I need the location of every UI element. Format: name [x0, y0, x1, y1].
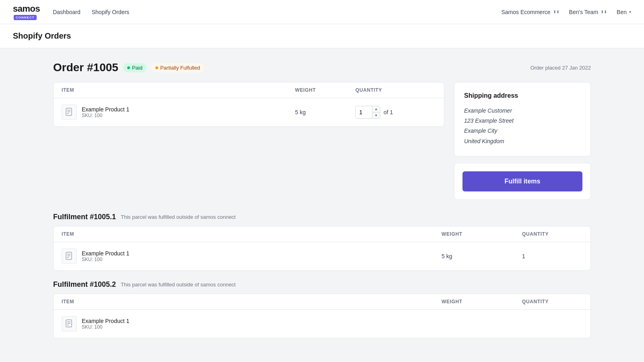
customer-street: 123 Example Street — [464, 116, 581, 126]
store-chevron-icon: ⬆⬇ — [553, 10, 559, 14]
page-header: Shopify Orders — [0, 24, 644, 48]
order-date: Order placed 27 Jan 2022 — [530, 65, 591, 71]
customer-name: Example Customer — [464, 106, 581, 116]
shipping-title: Shipping address — [464, 92, 581, 99]
order-body: ITEM WEIGHT QUANTITY — [53, 82, 591, 200]
f2-product-cell: Example Product 1 SKU: 100 — [62, 316, 442, 331]
fulfill-card: Fulfill items — [454, 163, 591, 200]
fulfillment-2: Fulfilment #1005.2 This parcel was fulfi… — [53, 280, 591, 338]
f1-product-info: Example Product 1 SKU: 100 — [82, 250, 129, 262]
nav-links: Dashboard Shopify Orders — [53, 9, 488, 15]
f1-product-cell: Example Product 1 SKU: 100 — [62, 249, 442, 264]
f2-product-sku: SKU: 100 — [82, 324, 129, 330]
order-date-value: 27 Jan 2022 — [562, 65, 591, 71]
f2-col-item: ITEM — [62, 299, 442, 304]
order-placed-label: Order placed — [530, 65, 561, 71]
quantity-cell: ▲ ▼ of 1 — [355, 106, 436, 119]
fulfillment-2-table: ITEM WEIGHT QUANTITY Example P — [53, 294, 591, 338]
logo-badge: CONNECT — [14, 15, 37, 20]
fulfillment-2-subtitle: This parcel was fulfilled outside of sam… — [121, 282, 235, 288]
f1-col-quantity: QUANTITY — [522, 231, 582, 237]
f2-product-icon — [62, 316, 77, 331]
col-quantity: QUANTITY — [355, 87, 436, 93]
customer-country: United Kingdom — [464, 136, 581, 146]
order-header-left: Order #1005 Paid Partially Fulfulled — [53, 61, 204, 74]
product-sku: SKU: 100 — [82, 113, 129, 118]
partial-badge: Partially Fulfulled — [151, 63, 204, 72]
nav-shopify-orders[interactable]: Shopify Orders — [92, 9, 129, 15]
user-name: Ben — [617, 9, 627, 15]
product-cell: Example Product 1 SKU: 100 — [62, 105, 295, 120]
partial-label: Partially Fulfulled — [160, 65, 200, 71]
table-row: Example Product 1 SKU: 100 5 kg ▲ ▼ — [54, 98, 444, 126]
partial-dot-icon — [155, 66, 158, 69]
product-name: Example Product 1 — [82, 106, 129, 113]
paid-dot-icon — [127, 66, 130, 69]
fulfillment-1-table-header: ITEM WEIGHT QUANTITY — [54, 226, 590, 242]
items-section: ITEM WEIGHT QUANTITY — [53, 82, 444, 200]
f2-product-name: Example Product 1 — [82, 318, 129, 324]
fulfillment-1-table: ITEM WEIGHT QUANTITY Example P — [53, 226, 591, 271]
col-item: ITEM — [62, 87, 295, 93]
f1-quantity: 1 — [522, 253, 582, 259]
quantity-input[interactable] — [356, 106, 372, 119]
paid-badge: Paid — [123, 63, 147, 72]
fulfill-button[interactable]: Fulfill items — [462, 171, 582, 191]
customer-city: Example City — [464, 126, 581, 136]
navbar: samos CONNECT Dashboard Shopify Orders S… — [0, 0, 644, 24]
fulfillment-1: Fulfilment #1005.1 This parcel was fulfi… — [53, 213, 591, 271]
fulfillment-1-title: Fulfilment #1005.1 — [53, 213, 116, 221]
f1-col-item: ITEM — [62, 231, 442, 237]
weight-value: 5 kg — [295, 109, 355, 115]
fulfillment-2-table-header: ITEM WEIGHT QUANTITY — [54, 294, 590, 310]
items-table-header: ITEM WEIGHT QUANTITY — [54, 82, 444, 98]
f1-product-icon — [62, 249, 77, 264]
main-content: Order #1005 Paid Partially Fulfulled Ord… — [40, 48, 604, 361]
order-header: Order #1005 Paid Partially Fulfulled Ord… — [53, 61, 591, 74]
f1-col-weight: WEIGHT — [442, 231, 522, 237]
col-weight: WEIGHT — [295, 87, 355, 93]
f2-col-weight: WEIGHT — [442, 299, 522, 304]
shipping-card: Shipping address Example Customer 123 Ex… — [454, 82, 591, 156]
fulfillment-2-header: Fulfilment #1005.2 This parcel was fulfi… — [53, 280, 591, 289]
order-number: Order #1005 — [53, 61, 118, 74]
f2-col-quantity: QUANTITY — [522, 299, 582, 304]
nav-right: Samos Ecommerce ⬆⬇ Ben's Team ⬆⬇ Ben ▾ — [501, 9, 631, 15]
team-dropdown[interactable]: Ben's Team ⬆⬇ — [569, 9, 607, 15]
team-name: Ben's Team — [569, 9, 598, 15]
product-info: Example Product 1 SKU: 100 — [82, 106, 129, 118]
quantity-of: of 1 — [384, 109, 393, 115]
store-name: Samos Ecommerce — [501, 9, 550, 15]
fulfillment-1-subtitle: This parcel was fulfilled outside of sam… — [121, 214, 235, 220]
quantity-down-button[interactable]: ▼ — [372, 113, 380, 119]
f2-product-info: Example Product 1 SKU: 100 — [82, 318, 129, 330]
user-dropdown[interactable]: Ben ▾ — [617, 9, 631, 15]
product-icon — [62, 105, 77, 120]
team-chevron-icon: ⬆⬇ — [601, 10, 607, 14]
quantity-spinners: ▲ ▼ — [372, 106, 380, 119]
user-chevron-icon: ▾ — [629, 10, 631, 14]
paid-label: Paid — [132, 65, 142, 71]
nav-dashboard[interactable]: Dashboard — [53, 9, 80, 15]
fulfillment-2-title: Fulfilment #1005.2 — [53, 280, 116, 289]
f1-product-name: Example Product 1 — [82, 250, 129, 257]
items-table: ITEM WEIGHT QUANTITY — [53, 82, 444, 127]
table-row: Example Product 1 SKU: 100 5 kg 1 — [54, 242, 590, 270]
quantity-input-wrap[interactable]: ▲ ▼ — [355, 106, 380, 119]
f1-product-sku: SKU: 100 — [82, 257, 129, 262]
logo-text: samos — [13, 4, 40, 13]
quantity-up-button[interactable]: ▲ — [372, 106, 380, 113]
shipping-address: Example Customer 123 Example Street Exam… — [464, 106, 581, 146]
fulfillment-1-header: Fulfilment #1005.1 This parcel was fulfi… — [53, 213, 591, 221]
page-title: Shopify Orders — [13, 31, 631, 41]
table-row: Example Product 1 SKU: 100 — [54, 310, 590, 338]
logo[interactable]: samos CONNECT — [13, 4, 40, 20]
sidebar: Shipping address Example Customer 123 Ex… — [454, 82, 591, 200]
store-dropdown[interactable]: Samos Ecommerce ⬆⬇ — [501, 9, 559, 15]
f1-weight: 5 kg — [442, 253, 522, 259]
